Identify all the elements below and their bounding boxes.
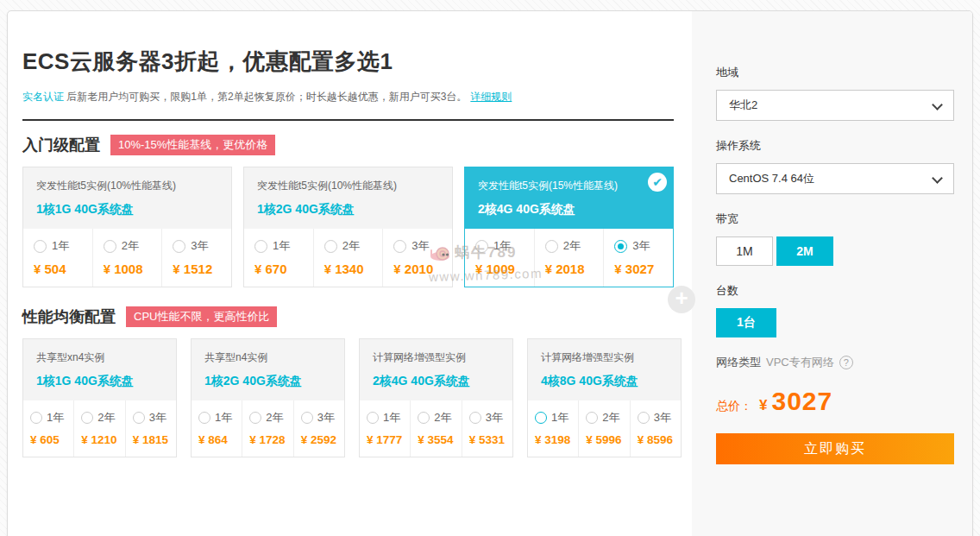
radio-icon[interactable]	[254, 240, 267, 253]
bandwidth-2m-button-selected[interactable]: 2M	[776, 236, 833, 266]
price-value: ¥ 3554	[418, 433, 461, 446]
plan-card-xn4-1c1g[interactable]: 共享型xn4实例 1核1G 40G系统盘 1年 ¥ 605 2年 ¥ 1210 …	[22, 338, 177, 457]
radio-icon[interactable]	[469, 412, 481, 424]
term-label: 3年	[411, 238, 429, 254]
plan-card-head: 计算网络增强型实例 4核8G 40G系统盘	[528, 339, 681, 400]
bandwidth-1m-button[interactable]: 1M	[716, 236, 773, 266]
term-label: 3年	[654, 410, 671, 426]
radio-icon[interactable]	[301, 412, 313, 424]
term-option-3y[interactable]: 3年 ¥ 2010	[382, 229, 452, 287]
radio-icon[interactable]	[249, 412, 261, 424]
price-value: ¥ 1210	[81, 433, 124, 446]
plan-card-net-2c4g[interactable]: 计算网络增强型实例 2核4G 40G系统盘 1年 ¥ 1777 2年 ¥ 355…	[359, 338, 513, 457]
term-option-1y-highlighted[interactable]: 1年 ¥ 3198	[528, 400, 578, 457]
term-option-1y[interactable]: 1年 ¥ 1777	[360, 400, 410, 457]
total-value: 3027	[771, 387, 832, 416]
radio-checked-icon[interactable]	[614, 240, 627, 253]
buy-now-button[interactable]: 立即购买	[716, 433, 954, 464]
radio-icon[interactable]	[586, 412, 598, 424]
section-title: 性能均衡配置	[22, 306, 116, 327]
radio-icon[interactable]	[81, 412, 93, 424]
term-option-1y[interactable]: 1年 ¥ 864	[192, 400, 242, 457]
plan-card-head: 突发性能t5实例(15%性能基线) 2核4G 40G系统盘	[465, 167, 673, 229]
plan-card-n4-1c2g[interactable]: 共享型n4实例 1核2G 40G系统盘 1年 ¥ 864 2年 ¥ 1728 3…	[191, 338, 345, 457]
network-label: 网络类型	[716, 355, 761, 370]
term-label: 2年	[434, 410, 451, 426]
term-option-3y-checked[interactable]: 3年 ¥ 3027	[603, 229, 673, 287]
radio-icon[interactable]	[475, 240, 488, 253]
term-label: 2年	[122, 238, 139, 254]
help-icon[interactable]: ?	[839, 356, 853, 369]
plan-card-head: 计算网络增强型实例 2核4G 40G系统盘	[360, 339, 512, 400]
radio-icon[interactable]	[418, 412, 430, 424]
card-row-1: 突发性能t5实例(10%性能基线) 1核1G 40G系统盘 1年 ¥ 504 2…	[22, 167, 682, 287]
radio-icon[interactable]	[104, 240, 116, 253]
realname-link[interactable]: 实名认证	[22, 91, 64, 103]
radio-icon[interactable]	[133, 412, 145, 424]
radio-icon[interactable]	[393, 240, 406, 253]
bandwidth-options: 1M 2M	[716, 236, 954, 266]
price-value: ¥ 1009	[475, 262, 534, 276]
price-value: ¥ 1777	[367, 433, 410, 446]
plus-icon: +	[675, 285, 688, 311]
term-option-2y[interactable]: 2年 ¥ 1340	[313, 229, 383, 287]
term-option-2y[interactable]: 2年 ¥ 1210	[73, 400, 124, 457]
term-label: 3年	[149, 410, 166, 426]
rules-link[interactable]: 详细规则	[470, 91, 512, 103]
plan-card-t5-1c2g[interactable]: 突发性能t5实例(10%性能基线) 1核2G 40G系统盘 1年 ¥ 670 2…	[243, 167, 453, 287]
term-option-2y[interactable]: 2年 ¥ 1728	[242, 400, 292, 457]
term-option-3y[interactable]: 3年 ¥ 5331	[462, 400, 512, 457]
card-row-2: 共享型xn4实例 1核1G 40G系统盘 1年 ¥ 605 2年 ¥ 1210 …	[22, 338, 682, 457]
term-label: 1年	[52, 238, 69, 254]
subtitle-text: 后新老用户均可购买，限购1单，第2单起恢复原价；时长越长越优惠，新用户可买3台。	[64, 91, 467, 103]
price-value: ¥ 2592	[301, 433, 344, 446]
plan-name: 突发性能t5实例(10%性能基线)	[257, 179, 439, 193]
os-select[interactable]: CentOS 7.4 64位	[716, 163, 954, 194]
region-select[interactable]: 华北2	[716, 90, 954, 121]
quantity-options: 1台	[716, 308, 954, 337]
plan-card-net-4c8g[interactable]: 计算网络增强型实例 4核8G 40G系统盘 1年 ¥ 3198 2年 ¥ 599…	[527, 338, 682, 457]
radio-icon[interactable]	[638, 412, 650, 424]
term-option-1y[interactable]: 1年 ¥ 1009	[465, 229, 534, 287]
price-value: ¥ 2010	[393, 262, 452, 276]
term-option-2y[interactable]: 2年 ¥ 3554	[410, 400, 461, 457]
os-label: 操作系统	[716, 138, 954, 154]
term-option-1y[interactable]: 1年 ¥ 504	[23, 229, 92, 287]
price-value: ¥ 1008	[104, 262, 162, 276]
price-value: ¥ 1340	[324, 262, 383, 276]
plan-card-t5-1c1g[interactable]: 突发性能t5实例(10%性能基线) 1核1G 40G系统盘 1年 ¥ 504 2…	[22, 167, 232, 287]
os-value: CentOS 7.4 64位	[729, 172, 814, 185]
term-label: 2年	[342, 238, 360, 254]
plan-prices: 1年 ¥ 1777 2年 ¥ 3554 3年 ¥ 5331	[360, 400, 512, 457]
term-option-3y[interactable]: 3年 ¥ 1815	[125, 400, 176, 457]
radio-icon[interactable]	[173, 240, 185, 253]
radio-icon[interactable]	[30, 412, 42, 424]
radio-icon[interactable]	[545, 240, 558, 253]
region-label: 地域	[716, 65, 954, 80]
term-label: 2年	[563, 238, 581, 254]
term-option-1y[interactable]: 1年 ¥ 670	[244, 229, 313, 287]
expand-button[interactable]: +	[668, 286, 695, 313]
price-value: ¥ 3198	[535, 433, 578, 446]
term-option-2y[interactable]: 2年 ¥ 2018	[534, 229, 604, 287]
term-label: 2年	[266, 410, 283, 426]
term-option-3y[interactable]: 3年 ¥ 2592	[293, 400, 344, 457]
radio-icon[interactable]	[34, 240, 47, 253]
price-value: ¥ 1815	[133, 433, 176, 446]
term-option-2y[interactable]: 2年 ¥ 1008	[92, 229, 162, 287]
radio-icon[interactable]	[324, 240, 337, 253]
price-value: ¥ 1512	[173, 262, 231, 276]
plan-name: 计算网络增强型实例	[541, 350, 668, 365]
quantity-1-button-selected[interactable]: 1台	[716, 308, 776, 337]
radio-highlighted-icon[interactable]	[535, 412, 547, 424]
price-value: ¥ 3027	[614, 262, 673, 276]
plan-card-head: 共享型n4实例 1核2G 40G系统盘	[192, 339, 344, 400]
term-label: 1年	[493, 238, 511, 254]
radio-icon[interactable]	[367, 412, 379, 424]
term-option-1y[interactable]: 1年 ¥ 605	[23, 400, 73, 457]
term-option-3y[interactable]: 3年 ¥ 8596	[630, 400, 681, 457]
radio-icon[interactable]	[198, 412, 210, 424]
plan-card-t5-2c4g-selected[interactable]: ✔ 突发性能t5实例(15%性能基线) 2核4G 40G系统盘 1年 ¥ 100…	[464, 167, 674, 287]
term-option-2y[interactable]: 2年 ¥ 5996	[578, 400, 629, 457]
term-option-3y[interactable]: 3年 ¥ 1512	[161, 229, 231, 287]
